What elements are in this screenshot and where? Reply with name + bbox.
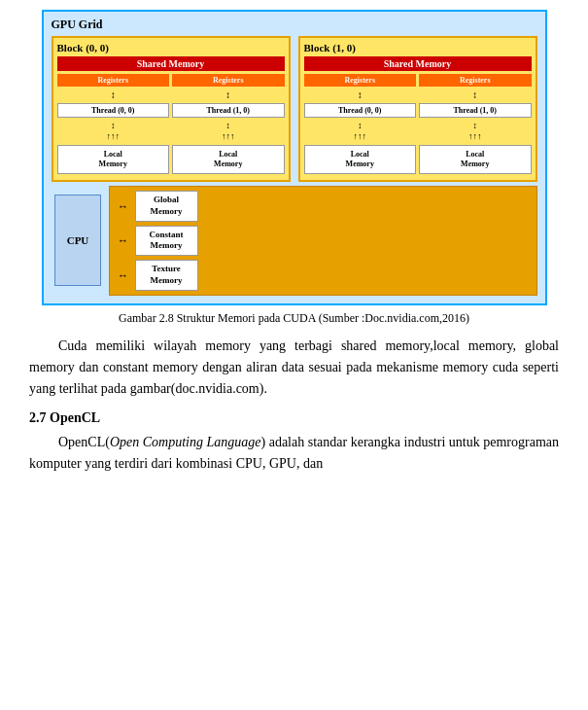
registers-row-1: Registers Registers [304, 74, 532, 87]
cpu-column: CPU [52, 186, 105, 295]
paragraph-2: OpenCL(Open Computing Language) adalah s… [29, 432, 559, 476]
thread-1-1: Thread (1, 0) [419, 103, 532, 118]
local-mem-1-1: LocalMemory [419, 145, 532, 175]
local-mem-row-1: LocalMemory LocalMemory [304, 145, 532, 175]
diagram-container: GPU Grid Block (0, 0) Shared Memory Regi… [42, 10, 547, 305]
block-0-0: Block (0, 0) Shared Memory Registers Reg… [52, 36, 291, 182]
arrows-row-1: ↕ ↕ [304, 89, 532, 100]
thread-0-1: Thread (1, 0) [172, 103, 285, 118]
block-1-label: Block (1, 0) [304, 42, 532, 53]
register-1-0: Registers [304, 74, 417, 87]
registers-row-0: Registers Registers [57, 74, 285, 87]
paragraph-2-italic: Open Computing Language [110, 435, 261, 449]
arrow-constant: ↔ [116, 234, 131, 246]
vert-arrows-row-0: ↕↑↑↑ ↕↑↑↑ [57, 121, 285, 142]
local-mem-1-0: LocalMemory [304, 145, 417, 175]
vert-arrow-1-0: ↕↑↑↑ [304, 121, 417, 142]
arrow-global: ↔ [116, 200, 131, 212]
texture-mem-row: ↔ TextureMemory [116, 260, 531, 290]
threads-row-1: Thread (0, 0) Thread (1, 0) [304, 103, 532, 118]
arrow-1-1: ↕ [419, 89, 532, 100]
thread-0-0: Thread (0, 0) [57, 103, 170, 118]
block-0-label: Block (0, 0) [57, 42, 285, 53]
local-mem-row-0: LocalMemory LocalMemory [57, 145, 285, 175]
constant-mem-label: ConstantMemory [135, 226, 198, 256]
section-heading: 2.7 OpenCL [29, 410, 559, 426]
arrow-0-1: ↕ [172, 89, 285, 100]
constant-mem-row: ↔ ConstantMemory [116, 226, 531, 256]
global-mem-label: GlobalMemory [135, 191, 198, 221]
cpu-box: CPU [54, 195, 101, 286]
vert-arrow-0-0: ↕↑↑↑ [57, 121, 170, 142]
arrow-0-0: ↕ [57, 89, 170, 100]
local-mem-0-0: LocalMemory [57, 145, 170, 175]
shared-mem-0: Shared Memory [57, 56, 285, 71]
register-1-1: Registers [419, 74, 532, 87]
gpu-grid-label: GPU Grid [52, 18, 537, 32]
texture-mem-label: TextureMemory [135, 260, 198, 290]
arrows-row-0: ↕ ↕ [57, 89, 285, 100]
global-mem-row: ↔ GlobalMemory [116, 191, 531, 221]
paragraph-1-text: Cuda memiliki wilayah memory yang terbag… [29, 338, 559, 397]
paragraph-2-start: OpenCL( [58, 435, 110, 449]
memory-column: ↔ GlobalMemory ↔ ConstantMemory ↔ Textur… [109, 186, 537, 295]
paragraph-1: Cuda memiliki wilayah memory yang terbag… [29, 336, 559, 401]
threads-row-0: Thread (0, 0) Thread (1, 0) [57, 103, 285, 118]
vert-arrow-0-1: ↕↑↑↑ [172, 121, 285, 142]
vert-arrows-row-1: ↕↑↑↑ ↕↑↑↑ [304, 121, 532, 142]
bottom-section: CPU ↔ GlobalMemory ↔ ConstantMemory ↔ Te… [52, 186, 537, 295]
blocks-row: Block (0, 0) Shared Memory Registers Reg… [52, 36, 537, 182]
page: GPU Grid Block (0, 0) Shared Memory Regi… [0, 0, 588, 502]
shared-mem-1: Shared Memory [304, 56, 532, 71]
arrow-1-0: ↕ [304, 89, 417, 100]
vert-arrow-1-1: ↕↑↑↑ [419, 121, 532, 142]
arrow-texture: ↔ [116, 269, 131, 281]
block-1-0: Block (1, 0) Shared Memory Registers Reg… [298, 36, 537, 182]
figure-caption: Gambar 2.8 Struktur Memori pada CUDA (Su… [29, 311, 559, 326]
local-mem-0-1: LocalMemory [172, 145, 285, 175]
thread-1-0: Thread (0, 0) [304, 103, 417, 118]
register-0-0: Registers [57, 74, 170, 87]
gpu-grid: GPU Grid Block (0, 0) Shared Memory Regi… [42, 10, 547, 305]
register-0-1: Registers [172, 74, 285, 87]
